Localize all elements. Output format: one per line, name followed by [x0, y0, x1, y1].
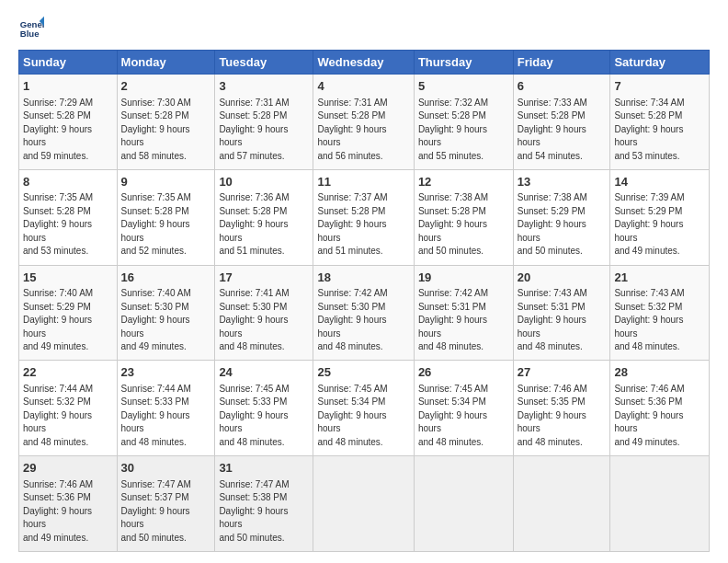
- cell-text: Sunrise: 7:38 AMSunset: 5:28 PMDaylight:…: [418, 192, 488, 256]
- calendar-week-1: 1Sunrise: 7:29 AMSunset: 5:28 PMDaylight…: [19, 75, 710, 170]
- calendar-cell: 31Sunrise: 7:47 AMSunset: 5:38 PMDayligh…: [215, 456, 313, 552]
- calendar-cell: 28Sunrise: 7:46 AMSunset: 5:36 PMDayligh…: [610, 361, 710, 456]
- day-number: 5: [418, 78, 509, 95]
- calendar-cell: 14Sunrise: 7:39 AMSunset: 5:29 PMDayligh…: [610, 169, 710, 265]
- cell-text: Sunrise: 7:31 AMSunset: 5:28 PMDaylight:…: [219, 98, 289, 161]
- cell-text: Sunrise: 7:40 AMSunset: 5:30 PMDaylight:…: [121, 288, 191, 351]
- cell-text: Sunrise: 7:36 AMSunset: 5:28 PMDaylight:…: [219, 192, 289, 256]
- day-number: 19: [418, 270, 509, 286]
- calendar-page: General Blue SundayMondayTuesdayWednesda…: [0, 0, 728, 563]
- day-number: 13: [518, 174, 607, 190]
- day-number: 31: [219, 460, 309, 477]
- calendar-cell: 3Sunrise: 7:31 AMSunset: 5:28 PMDaylight…: [215, 75, 313, 170]
- day-number: 9: [121, 174, 211, 190]
- day-number: 2: [121, 78, 211, 95]
- day-number: 22: [23, 364, 113, 381]
- day-number: 30: [121, 460, 211, 477]
- calendar-cell: 16Sunrise: 7:40 AMSunset: 5:30 PMDayligh…: [117, 265, 215, 361]
- day-number: 26: [418, 364, 509, 381]
- calendar-body: 1Sunrise: 7:29 AMSunset: 5:28 PMDaylight…: [19, 75, 710, 552]
- day-number: 25: [317, 364, 409, 381]
- day-number: 20: [518, 270, 607, 286]
- cell-text: Sunrise: 7:35 AMSunset: 5:28 PMDaylight:…: [121, 192, 191, 256]
- header-cell-thursday: Thursday: [414, 51, 513, 75]
- cell-text: Sunrise: 7:29 AMSunset: 5:28 PMDaylight:…: [23, 98, 93, 161]
- day-number: 12: [418, 174, 509, 190]
- calendar-cell: 17Sunrise: 7:41 AMSunset: 5:30 PMDayligh…: [215, 265, 313, 361]
- header-cell-friday: Friday: [513, 51, 610, 75]
- calendar-cell: [610, 456, 710, 552]
- cell-text: Sunrise: 7:40 AMSunset: 5:29 PMDaylight:…: [23, 288, 93, 351]
- cell-text: Sunrise: 7:43 AMSunset: 5:32 PMDaylight:…: [614, 288, 684, 351]
- cell-text: Sunrise: 7:34 AMSunset: 5:28 PMDaylight:…: [614, 98, 684, 161]
- cell-text: Sunrise: 7:46 AMSunset: 5:36 PMDaylight:…: [614, 384, 684, 447]
- cell-text: Sunrise: 7:45 AMSunset: 5:34 PMDaylight:…: [317, 384, 387, 447]
- day-number: 16: [121, 270, 211, 286]
- calendar-cell: [513, 456, 610, 552]
- calendar-cell: 2Sunrise: 7:30 AMSunset: 5:28 PMDaylight…: [117, 75, 215, 170]
- cell-text: Sunrise: 7:38 AMSunset: 5:29 PMDaylight:…: [518, 192, 587, 256]
- calendar-cell: 9Sunrise: 7:35 AMSunset: 5:28 PMDaylight…: [117, 169, 215, 265]
- calendar-week-2: 8Sunrise: 7:35 AMSunset: 5:28 PMDaylight…: [19, 169, 710, 265]
- cell-text: Sunrise: 7:47 AMSunset: 5:38 PMDaylight:…: [219, 479, 289, 543]
- day-number: 23: [121, 364, 211, 381]
- day-number: 6: [518, 78, 607, 95]
- calendar-cell: 12Sunrise: 7:38 AMSunset: 5:28 PMDayligh…: [414, 169, 513, 265]
- logo-icon: General Blue: [18, 15, 44, 40]
- cell-text: Sunrise: 7:35 AMSunset: 5:28 PMDaylight:…: [23, 192, 93, 256]
- calendar-cell: 11Sunrise: 7:37 AMSunset: 5:28 PMDayligh…: [313, 169, 414, 265]
- calendar-cell: [414, 456, 513, 552]
- calendar-cell: 15Sunrise: 7:40 AMSunset: 5:29 PMDayligh…: [19, 265, 118, 361]
- day-number: 17: [219, 270, 309, 286]
- cell-text: Sunrise: 7:31 AMSunset: 5:28 PMDaylight:…: [317, 98, 387, 161]
- calendar-cell: 1Sunrise: 7:29 AMSunset: 5:28 PMDaylight…: [19, 75, 118, 170]
- calendar-table: SundayMondayTuesdayWednesdayThursdayFrid…: [18, 50, 710, 552]
- logo: General Blue: [18, 15, 48, 40]
- calendar-week-3: 15Sunrise: 7:40 AMSunset: 5:29 PMDayligh…: [19, 265, 710, 361]
- day-number: 24: [219, 364, 309, 381]
- cell-text: Sunrise: 7:47 AMSunset: 5:37 PMDaylight:…: [121, 479, 191, 543]
- calendar-cell: 23Sunrise: 7:44 AMSunset: 5:33 PMDayligh…: [117, 361, 215, 456]
- day-number: 1: [23, 78, 113, 95]
- cell-text: Sunrise: 7:42 AMSunset: 5:30 PMDaylight:…: [317, 288, 387, 351]
- calendar-cell: 18Sunrise: 7:42 AMSunset: 5:30 PMDayligh…: [313, 265, 414, 361]
- calendar-cell: 25Sunrise: 7:45 AMSunset: 5:34 PMDayligh…: [313, 361, 414, 456]
- header-cell-saturday: Saturday: [610, 51, 710, 75]
- calendar-cell: 29Sunrise: 7:46 AMSunset: 5:36 PMDayligh…: [19, 456, 118, 552]
- header-cell-monday: Monday: [117, 51, 215, 75]
- header-cell-tuesday: Tuesday: [215, 51, 313, 75]
- cell-text: Sunrise: 7:33 AMSunset: 5:28 PMDaylight:…: [518, 98, 587, 161]
- cell-text: Sunrise: 7:45 AMSunset: 5:34 PMDaylight:…: [418, 384, 488, 447]
- day-number: 14: [614, 174, 705, 190]
- calendar-week-4: 22Sunrise: 7:44 AMSunset: 5:32 PMDayligh…: [19, 361, 710, 456]
- cell-text: Sunrise: 7:42 AMSunset: 5:31 PMDaylight:…: [418, 288, 488, 351]
- cell-text: Sunrise: 7:46 AMSunset: 5:35 PMDaylight:…: [518, 384, 587, 447]
- header-cell-sunday: Sunday: [19, 51, 118, 75]
- cell-text: Sunrise: 7:44 AMSunset: 5:33 PMDaylight:…: [121, 384, 191, 447]
- day-number: 8: [23, 174, 113, 190]
- calendar-week-5: 29Sunrise: 7:46 AMSunset: 5:36 PMDayligh…: [19, 456, 710, 552]
- cell-text: Sunrise: 7:37 AMSunset: 5:28 PMDaylight:…: [317, 192, 387, 256]
- day-number: 29: [23, 460, 113, 477]
- calendar-cell: 20Sunrise: 7:43 AMSunset: 5:31 PMDayligh…: [513, 265, 610, 361]
- day-number: 3: [219, 78, 309, 95]
- calendar-cell: 19Sunrise: 7:42 AMSunset: 5:31 PMDayligh…: [414, 265, 513, 361]
- calendar-cell: 24Sunrise: 7:45 AMSunset: 5:33 PMDayligh…: [215, 361, 313, 456]
- cell-text: Sunrise: 7:30 AMSunset: 5:28 PMDaylight:…: [121, 98, 191, 161]
- calendar-cell: 6Sunrise: 7:33 AMSunset: 5:28 PMDaylight…: [513, 75, 610, 170]
- header: General Blue: [18, 15, 710, 40]
- cell-text: Sunrise: 7:44 AMSunset: 5:32 PMDaylight:…: [23, 384, 93, 447]
- calendar-cell: 21Sunrise: 7:43 AMSunset: 5:32 PMDayligh…: [610, 265, 710, 361]
- day-number: 4: [317, 78, 409, 95]
- cell-text: Sunrise: 7:43 AMSunset: 5:31 PMDaylight:…: [518, 288, 587, 351]
- calendar-cell: 26Sunrise: 7:45 AMSunset: 5:34 PMDayligh…: [414, 361, 513, 456]
- calendar-cell: 30Sunrise: 7:47 AMSunset: 5:37 PMDayligh…: [117, 456, 215, 552]
- cell-text: Sunrise: 7:46 AMSunset: 5:36 PMDaylight:…: [23, 479, 93, 543]
- day-number: 21: [614, 270, 705, 286]
- day-number: 27: [518, 364, 607, 381]
- calendar-cell: 10Sunrise: 7:36 AMSunset: 5:28 PMDayligh…: [215, 169, 313, 265]
- calendar-cell: [313, 456, 414, 552]
- cell-text: Sunrise: 7:45 AMSunset: 5:33 PMDaylight:…: [219, 384, 289, 447]
- header-row: SundayMondayTuesdayWednesdayThursdayFrid…: [19, 51, 710, 75]
- calendar-cell: 13Sunrise: 7:38 AMSunset: 5:29 PMDayligh…: [513, 169, 610, 265]
